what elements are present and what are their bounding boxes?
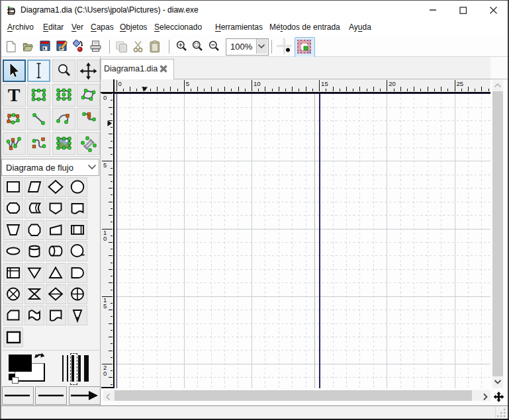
svg-text:10: 10 — [254, 80, 261, 87]
svg-text:25: 25 — [457, 80, 464, 87]
svg-text:0: 0 — [103, 235, 107, 242]
svg-text:5: 5 — [103, 302, 107, 310]
svg-text:T: T — [7, 85, 20, 105]
svg-text:0: 0 — [103, 94, 107, 101]
svg-text:5: 5 — [103, 161, 107, 169]
svg-text:20: 20 — [389, 80, 396, 87]
svg-text:0: 0 — [103, 370, 107, 377]
svg-text:15: 15 — [321, 80, 328, 87]
svg-text:5: 5 — [186, 80, 189, 87]
svg-text:0: 0 — [118, 80, 122, 87]
